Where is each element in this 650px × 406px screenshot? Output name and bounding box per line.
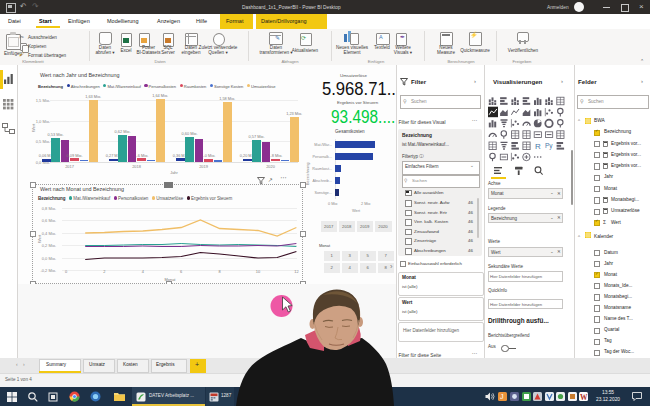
svg-text:J: J bbox=[500, 393, 504, 400]
svg-text:W: W bbox=[580, 393, 588, 402]
svg-text:R: R bbox=[535, 142, 541, 151]
svg-text:Py: Py bbox=[544, 142, 552, 150]
